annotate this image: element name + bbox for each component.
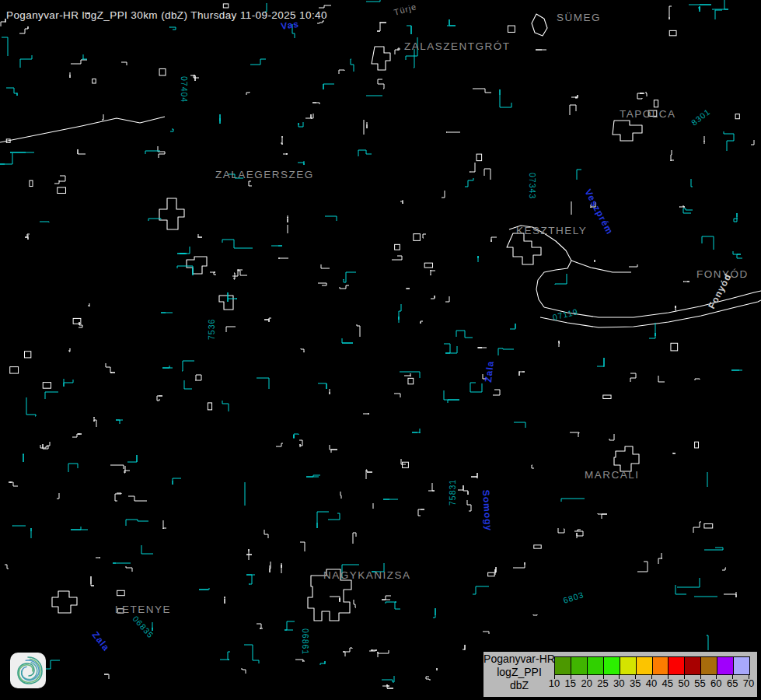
clutter-line <box>317 512 329 528</box>
road-number-label: 6803 <box>562 590 585 605</box>
legend-swatch-50 <box>685 657 701 674</box>
village-outline <box>10 367 19 373</box>
clutter-line <box>683 208 693 213</box>
water-label: Zala <box>483 360 496 383</box>
clutter-line <box>418 509 424 516</box>
clutter-line <box>669 6 672 19</box>
village-outline <box>58 187 66 193</box>
clutter-line <box>637 562 648 572</box>
village-outline <box>735 114 739 119</box>
clutter-line <box>400 372 420 378</box>
clutter-line <box>609 434 614 440</box>
clutter-line <box>276 443 283 446</box>
city-label-tapolca: TAPOLCA <box>620 108 676 120</box>
legend-tick-label: 15 <box>562 677 579 689</box>
village-outline <box>424 263 432 268</box>
clutter-line <box>598 513 607 519</box>
clutter-line <box>382 596 391 600</box>
clutter-line <box>330 597 340 602</box>
clutter-line <box>702 236 714 250</box>
clutter-line <box>571 95 578 98</box>
clutter-line <box>222 401 229 411</box>
clutter-line <box>465 178 473 187</box>
clutter-line <box>399 304 401 323</box>
clutter-line <box>57 493 59 499</box>
village-outline <box>603 395 611 398</box>
clutter-line <box>321 264 330 268</box>
legend-tick-label: 55 <box>692 677 709 689</box>
clutter-line <box>677 578 700 587</box>
clutter-line <box>295 660 305 661</box>
village-outline <box>654 100 658 107</box>
clutter-line <box>40 445 47 448</box>
clutter-line <box>377 23 386 31</box>
legend-tick-label: 40 <box>643 677 660 689</box>
clutter-line <box>558 528 564 533</box>
village-outline <box>695 442 699 448</box>
legend-tick-label: 35 <box>627 677 644 689</box>
clutter-line <box>72 434 82 437</box>
clutter-line <box>285 621 295 630</box>
clutter-line <box>423 234 426 238</box>
clutter-line <box>500 89 511 107</box>
clutter-line <box>733 251 742 258</box>
dark-river-lines <box>5 45 761 700</box>
clutter-line <box>704 548 723 550</box>
village-outline <box>208 403 211 410</box>
clutter-line <box>294 434 298 439</box>
clutter-line <box>20 55 32 68</box>
clutter-line <box>532 465 534 468</box>
legend-swatch-40 <box>653 657 669 674</box>
clutter-line <box>115 493 121 501</box>
clutter-line <box>124 466 130 473</box>
clutter-line <box>82 54 87 59</box>
clutter-line <box>463 645 465 650</box>
clutter-line <box>318 283 326 285</box>
clutter-line <box>724 592 736 597</box>
legend-tick-label: 50 <box>675 677 693 689</box>
clutter-line <box>298 161 304 165</box>
clutter-line <box>241 669 246 674</box>
clutter-line <box>340 285 349 289</box>
clutter-line <box>318 383 326 389</box>
map-clutter <box>0 0 754 688</box>
clutter-line <box>514 422 525 428</box>
clutter-line <box>570 432 579 437</box>
legend-swatch-10 <box>555 657 571 674</box>
village-outline <box>43 383 51 389</box>
clutter-line <box>649 323 655 338</box>
clutter-line <box>646 92 647 96</box>
clutter-line <box>426 677 431 680</box>
clutter-line <box>343 648 352 656</box>
city-label-marcali: MARCALI <box>585 469 640 481</box>
clutter-line <box>264 318 271 322</box>
clutter-line <box>257 624 263 628</box>
clutter-line <box>412 429 420 433</box>
road-network <box>0 0 761 700</box>
clutter-line <box>498 348 514 355</box>
radar-map: SÜMEGZALASZENTGRÓTTAPOLCAZALAEGERSZEGKES… <box>0 0 761 700</box>
clutter-line <box>325 216 337 221</box>
clutter-line <box>513 562 525 568</box>
road-number-label: 07119 <box>552 306 579 322</box>
clutter-line <box>199 588 209 590</box>
clutter-line <box>577 170 581 180</box>
clutter-line <box>392 256 402 260</box>
clutter-line <box>510 324 515 329</box>
clutter-line <box>433 608 435 618</box>
clutter-line <box>724 131 734 151</box>
clutter-line <box>195 375 201 380</box>
legend-swatch-55 <box>701 657 717 674</box>
clutter-line <box>110 465 124 469</box>
city-label-zalaszentgrót: ZALASZENTGRÓT <box>404 40 511 52</box>
village-outline <box>223 4 228 8</box>
clutter-line <box>495 567 496 575</box>
clutter-line <box>378 650 389 657</box>
clutter-line <box>182 361 194 371</box>
clutter-line <box>283 153 288 154</box>
clutter-line <box>126 520 148 526</box>
village-outline <box>508 26 515 32</box>
clutter-line <box>722 568 726 570</box>
clutter-line <box>751 140 754 145</box>
clutter-line <box>270 562 271 572</box>
